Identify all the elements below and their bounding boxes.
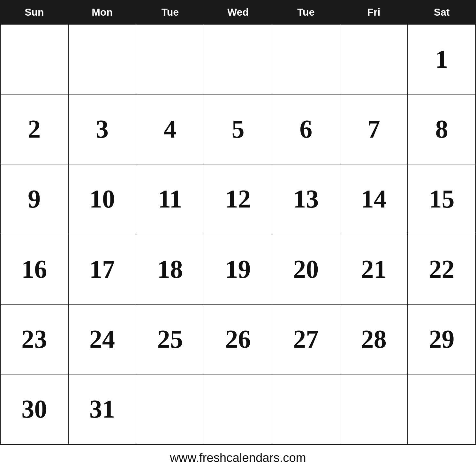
- day-31: 31: [68, 374, 136, 444]
- empty-cell-5-5: [340, 374, 408, 444]
- empty-cell-0-4: [272, 24, 340, 94]
- header-day-fri-5: Fri: [340, 0, 408, 24]
- calendar-wrapper: SunMonTueWedTueFriSat 123456789101112131…: [0, 0, 476, 468]
- day-14: 14: [340, 164, 408, 234]
- header-day-sun-0: Sun: [0, 0, 68, 24]
- empty-cell-5-6: [408, 374, 476, 444]
- day-20: 20: [272, 234, 340, 304]
- day-5: 5: [204, 94, 272, 164]
- day-6: 6: [272, 94, 340, 164]
- header-day-wed-3: Wed: [204, 0, 272, 24]
- day-21: 21: [340, 234, 408, 304]
- day-25: 25: [136, 304, 204, 374]
- empty-cell-5-4: [272, 374, 340, 444]
- week-row-0: 1: [0, 24, 476, 94]
- day-17: 17: [68, 234, 136, 304]
- header-row: SunMonTueWedTueFriSat: [0, 0, 476, 24]
- day-23: 23: [0, 304, 68, 374]
- week-row-1: 2345678: [0, 94, 476, 164]
- empty-cell-0-5: [340, 24, 408, 94]
- footer-text: www.freshcalendars.com: [0, 444, 476, 468]
- day-30: 30: [0, 374, 68, 444]
- day-29: 29: [408, 304, 476, 374]
- day-3: 3: [68, 94, 136, 164]
- day-26: 26: [204, 304, 272, 374]
- day-10: 10: [68, 164, 136, 234]
- day-24: 24: [68, 304, 136, 374]
- day-19: 19: [204, 234, 272, 304]
- empty-cell-0-2: [136, 24, 204, 94]
- day-8: 8: [408, 94, 476, 164]
- day-27: 27: [272, 304, 340, 374]
- week-row-2: 9101112131415: [0, 164, 476, 234]
- day-13: 13: [272, 164, 340, 234]
- day-11: 11: [136, 164, 204, 234]
- empty-cell-0-1: [68, 24, 136, 94]
- header-day-sat-6: Sat: [408, 0, 476, 24]
- day-4: 4: [136, 94, 204, 164]
- week-row-4: 23242526272829: [0, 304, 476, 374]
- day-1: 1: [408, 24, 476, 94]
- day-2: 2: [0, 94, 68, 164]
- header-day-tue-4: Tue: [272, 0, 340, 24]
- empty-cell-5-2: [136, 374, 204, 444]
- week-row-3: 16171819202122: [0, 234, 476, 304]
- day-9: 9: [0, 164, 68, 234]
- empty-cell-0-3: [204, 24, 272, 94]
- day-16: 16: [0, 234, 68, 304]
- day-12: 12: [204, 164, 272, 234]
- day-15: 15: [408, 164, 476, 234]
- day-18: 18: [136, 234, 204, 304]
- week-row-5: 3031: [0, 374, 476, 444]
- header-day-tue-2: Tue: [136, 0, 204, 24]
- empty-cell-5-3: [204, 374, 272, 444]
- empty-cell-0-0: [0, 24, 68, 94]
- calendar-table: SunMonTueWedTueFriSat 123456789101112131…: [0, 0, 476, 444]
- header-day-mon-1: Mon: [68, 0, 136, 24]
- day-22: 22: [408, 234, 476, 304]
- day-28: 28: [340, 304, 408, 374]
- day-7: 7: [340, 94, 408, 164]
